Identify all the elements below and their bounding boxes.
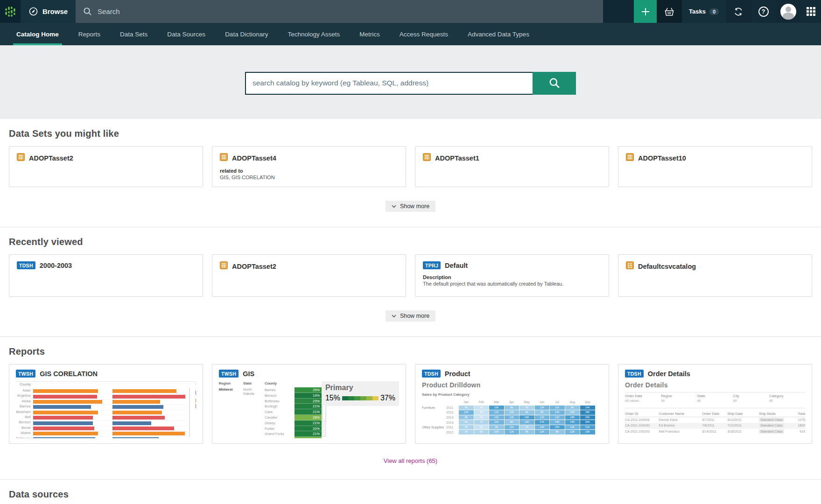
column-header: Ship Mode — [759, 411, 790, 417]
card-meta: related toGIS, GIS CORELATION — [220, 168, 398, 180]
basket-button[interactable] — [657, 0, 682, 23]
dataset-card[interactable]: ADOPTasset1 — [415, 146, 609, 187]
table-cell: Standard Class — [759, 423, 790, 429]
bar-track — [33, 427, 102, 430]
filter-row: Order DateAll valuesRegionAllStateAllCit… — [625, 392, 805, 408]
heatmap-row: 20138K4K12K13K15K12K12K18K25K — [422, 415, 602, 420]
help-button[interactable]: ? — [751, 0, 776, 23]
heatmap-cell: 19K — [580, 430, 595, 434]
nav-tab-data-dictionary[interactable]: Data Dictionary — [215, 23, 278, 45]
heatmap-cell: 8K — [459, 415, 474, 420]
filter-value: All — [769, 399, 805, 402]
report-card[interactable]: TWSHGISRegionMidwestStateNorth DakotaCou… — [212, 364, 406, 444]
nav-tab-metrics[interactable]: Metrics — [350, 23, 390, 45]
filter[interactable]: CityAll — [733, 394, 769, 402]
column-header: Order Date — [702, 411, 727, 417]
table-cell: 3/14/2011 — [702, 429, 727, 435]
heatmap-cell: 15K — [489, 406, 504, 410]
month-label: Jan — [459, 400, 474, 405]
legend-swatch — [196, 404, 196, 408]
bar-track — [112, 389, 186, 393]
report-thumbnail: CountyAdairAngelinaAtokaBarnesBeckhamBel… — [16, 381, 196, 438]
scrollbar[interactable] — [189, 388, 190, 437]
nav-tab-data-sets[interactable]: Data Sets — [110, 23, 157, 45]
bar-track — [112, 411, 186, 414]
browse-button[interactable]: Browse — [21, 0, 76, 23]
bar — [33, 432, 98, 435]
pct-cell: 28% — [295, 437, 322, 438]
card-meta-value: The default project that was automatical… — [423, 281, 601, 287]
compose-button[interactable] — [634, 0, 657, 23]
filter[interactable]: Order DateAll values — [625, 394, 661, 402]
region-column: RegionMidwest — [219, 381, 243, 438]
bar-chart-labels: CountyAdairAngelinaAtokaBarnesBeckhamBel… — [16, 382, 33, 438]
month-label: Jul — [550, 400, 565, 405]
dataset-card[interactable]: ADOPTasset2 — [9, 146, 203, 187]
catalog-search-input[interactable] — [245, 72, 533, 95]
heatmap-cell: 13K — [535, 406, 550, 410]
recent-card[interactable]: TDSH2000-2003 — [9, 254, 203, 297]
pct-cell: 23% — [295, 399, 322, 404]
heatmap-cell: 7K — [519, 425, 534, 430]
recent-card[interactable]: ADOPTasset2 — [212, 254, 406, 297]
apps-grid-button[interactable] — [801, 0, 821, 23]
basket-icon — [664, 7, 674, 16]
show-more-datasets-button[interactable]: Show more — [386, 201, 435, 212]
bar-chart-row — [33, 394, 186, 399]
heatmap-cell: 8K — [519, 410, 534, 415]
category-label: Office Supplies — [422, 426, 446, 429]
nav-tab-technology-assets[interactable]: Technology Assets — [278, 23, 350, 45]
catalog-search-button[interactable] — [533, 72, 576, 95]
report-card[interactable]: TDSHProductProduct DrilldownSales by Pro… — [415, 364, 609, 444]
view-all-reports-link[interactable]: View all reports (65) — [384, 457, 437, 464]
county-name: Bottineau — [265, 399, 295, 404]
heatmap-cell: 14K — [550, 420, 565, 425]
bar-track — [112, 432, 186, 435]
heatmap-cell: 12K — [565, 430, 580, 434]
section-reports: Reports TWSHGIS CORELATIONCountyAdairAng… — [0, 337, 821, 480]
report-card[interactable]: TWSHGIS CORELATIONCountyAdairAngelinaAto… — [9, 364, 203, 444]
bar-chart-row-label: Bell — [16, 414, 31, 420]
top-search-input[interactable]: Search — [76, 0, 603, 23]
recent-card[interactable]: Defaultcsvcatalog — [618, 254, 812, 297]
recent-card[interactable]: TPRJDefaultDescriptionThe default projec… — [415, 254, 609, 297]
nav-tab-data-sources[interactable]: Data Sources — [157, 23, 215, 45]
show-more-recent-button[interactable]: Show more — [386, 310, 435, 322]
report-card[interactable]: TDSHOrder DetailsOrder DetailsOrder Date… — [618, 364, 812, 444]
filter[interactable]: StateAll — [697, 394, 733, 402]
bar-chart-row — [33, 415, 186, 420]
sync-button[interactable] — [726, 0, 751, 23]
heatmap-cell: 13K — [519, 420, 534, 425]
dataset-card[interactable]: ADOPTasset10 — [618, 146, 812, 187]
bar — [112, 411, 162, 414]
dataset-icon — [423, 153, 431, 163]
filter-value: All — [733, 399, 769, 402]
color-legend: Primary15%37% — [322, 381, 399, 406]
heatmap-cell: 10K — [565, 410, 580, 415]
filter[interactable]: RegionAll — [661, 394, 697, 402]
county-name: Cass — [265, 409, 295, 415]
tasks-button[interactable]: Tasks 0 — [682, 0, 726, 23]
alation-logo[interactable] — [0, 0, 21, 23]
browse-label: Browse — [42, 7, 68, 15]
section-recently-viewed: Recently viewed TDSH2000-2003ADOPTasset2… — [0, 227, 821, 337]
dataset-card[interactable]: ADOPTasset4related toGIS, GIS CORELATION — [212, 146, 406, 187]
bar-track — [33, 416, 102, 420]
card-header: ADOPTasset4 — [220, 153, 398, 163]
table-cell: Dennis Kane — [659, 417, 702, 423]
user-menu-button[interactable] — [776, 0, 801, 23]
nav-tab-access-requests[interactable]: Access Requests — [390, 23, 458, 45]
heatmap-header-row: JanFebMarAprMayJunJulAugSep — [422, 399, 602, 405]
heatmap-cell: 8K — [505, 420, 519, 425]
table-cell: Ed Braxton — [659, 423, 702, 429]
card-title: ADOPTasset4 — [232, 154, 276, 162]
card-title: ADOPTasset2 — [29, 154, 73, 162]
nav-tab-catalog-home[interactable]: Catalog Home — [7, 23, 69, 45]
nav-tab-advanced-data-types[interactable]: Advanced Data Types — [458, 23, 539, 45]
order-table-thumbnail: Order DetailsOrder DateAll valuesRegionA… — [625, 381, 805, 434]
filter[interactable]: CategoryAll — [769, 394, 805, 402]
nav-tab-reports[interactable]: Reports — [69, 23, 110, 45]
category-label: Furniture — [422, 406, 446, 409]
bar — [112, 400, 161, 404]
county-name: Grand Forks — [265, 431, 295, 437]
